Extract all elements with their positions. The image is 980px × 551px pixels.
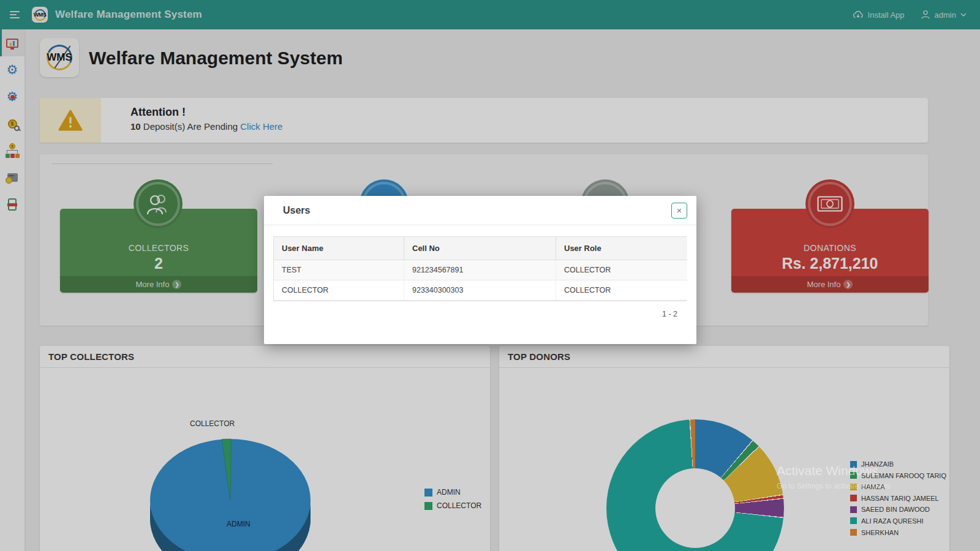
users-table-header-role: User Role	[556, 237, 687, 260]
users-table: User Name Cell No User Role TEST 9212345…	[273, 236, 687, 301]
table-cell: TEST	[274, 260, 404, 280]
table-cell: COLLECTOR	[556, 260, 687, 280]
close-icon[interactable]: ×	[671, 203, 687, 219]
table-pagination: 1 - 2	[662, 310, 677, 318]
users-table-header-cellno: Cell No	[404, 237, 556, 260]
users-table-header-username: User Name	[274, 237, 404, 260]
table-cell: 921234567891	[404, 260, 556, 280]
users-modal-title: Users	[283, 205, 310, 216]
table-cell: 923340300303	[404, 280, 556, 301]
table-cell: COLLECTOR	[556, 280, 687, 301]
table-cell: COLLECTOR	[274, 280, 404, 301]
users-modal: Users × User Name Cell No User Role TEST…	[264, 196, 696, 344]
users-modal-header: Users ×	[264, 196, 696, 225]
